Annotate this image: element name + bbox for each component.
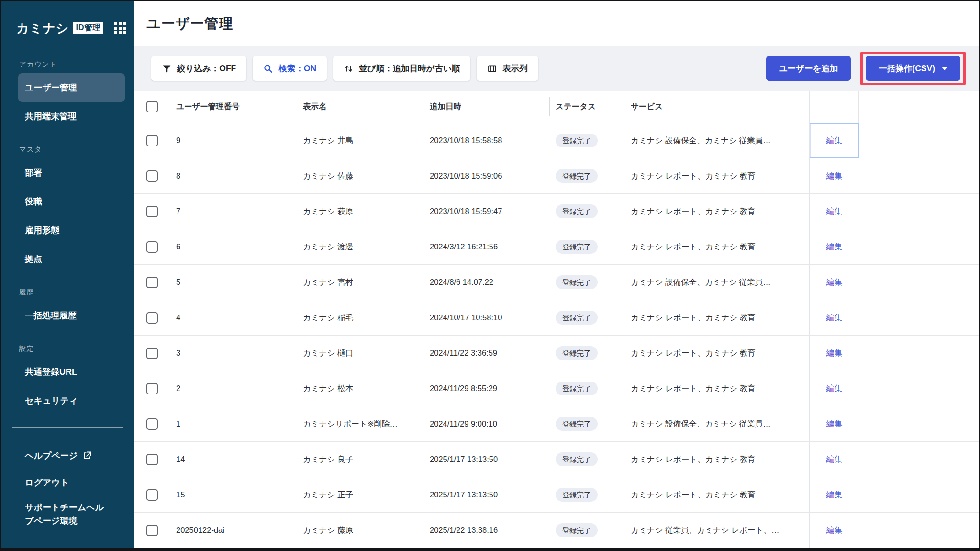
search-button[interactable]: 検索：ON [253, 56, 327, 81]
cell-edit: 編集 [809, 123, 859, 158]
row-checkbox[interactable] [146, 312, 158, 324]
add-user-button-label: ユーザーを追加 [779, 63, 838, 74]
edit-link[interactable]: 編集 [826, 418, 843, 429]
columns-button-label: 表示列 [502, 63, 528, 74]
cell-edit: 編集 [809, 336, 859, 371]
row-checkbox[interactable] [146, 383, 158, 394]
cell-filler [859, 336, 979, 371]
row-checkbox[interactable] [146, 489, 158, 501]
table-row: 15 カミナシ 正子 2025/1/17 13:13:50 登録完了 カミナシ … [134, 477, 979, 513]
cell-added-at: 2024/10/17 10:58:10 [423, 300, 549, 335]
cell-edit: 編集 [809, 442, 859, 477]
edit-link[interactable]: 編集 [826, 454, 843, 465]
cell-user-id: 20250122-dai [169, 513, 296, 548]
edit-link[interactable]: 編集 [826, 170, 843, 181]
annotation-highlight: 一括操作(CSV) [860, 52, 966, 85]
cell-edit: 編集 [809, 265, 859, 300]
cell-services: カミナシ レポート、カミナシ 教育 [624, 442, 809, 477]
row-checkbox[interactable] [146, 241, 158, 253]
edit-link[interactable]: 編集 [826, 489, 843, 500]
status-badge: 登録完了 [556, 169, 598, 183]
app-window: カミナシ ID管理 アカウント ユーザー管理 共用端末管理 マスタ 部署 役職 … [0, 0, 980, 551]
edit-link[interactable]: 編集 [826, 525, 843, 536]
cell-edit: 編集 [809, 300, 859, 335]
table-row: 2 カミナシ 松本 2024/11/29 8:55:29 登録完了 カミナシ レ… [134, 371, 979, 406]
sidebar-item-support-env[interactable]: サポートチームヘルプページ環境 [18, 496, 125, 532]
sidebar-item-locations[interactable]: 拠点 [18, 245, 125, 273]
header-cell-added-at: 追加日時 [423, 91, 549, 123]
sidebar-item-positions[interactable]: 役職 [18, 187, 125, 216]
cell-select [134, 336, 169, 371]
cell-select [134, 371, 169, 406]
cell-edit: 編集 [809, 406, 859, 441]
filter-button[interactable]: 絞り込み：OFF [151, 56, 246, 81]
cell-filler [859, 123, 979, 158]
cell-status: 登録完了 [549, 123, 624, 158]
sidebar-section-account: アカウント [1, 55, 134, 73]
cell-filler [859, 265, 979, 300]
status-badge: 登録完了 [556, 275, 598, 289]
edit-link[interactable]: 編集 [826, 241, 843, 252]
row-checkbox[interactable] [146, 277, 158, 288]
edit-link[interactable]: 編集 [826, 312, 843, 323]
cell-filler [859, 300, 979, 335]
row-checkbox[interactable] [146, 170, 158, 182]
sidebar-item-security[interactable]: セキュリティ [18, 386, 125, 415]
chevron-down-icon [942, 67, 947, 70]
cell-added-at: 2025/1/22 13:38:16 [423, 513, 549, 548]
edit-link[interactable]: 編集 [826, 277, 843, 288]
row-checkbox[interactable] [146, 348, 158, 359]
filter-icon [162, 64, 172, 74]
sidebar-item-logout[interactable]: ログアウト [18, 469, 125, 496]
sidebar-item-departments[interactable]: 部署 [18, 158, 125, 187]
columns-icon [487, 64, 497, 74]
table-row: 8 カミナシ 佐藤 2023/10/18 15:59:06 登録完了 カミナシ … [134, 158, 979, 194]
row-checkbox[interactable] [146, 525, 158, 536]
toolbar: 絞り込み：OFF 検索：ON 並び順：追加日時が古い順 表示列 ユーザーを追加 [134, 46, 979, 91]
row-checkbox[interactable] [146, 418, 158, 430]
edit-link[interactable]: 編集 [826, 206, 843, 217]
row-checkbox[interactable] [146, 135, 158, 146]
select-all-checkbox[interactable] [146, 101, 158, 112]
table-row: 4 カミナシ 稲毛 2024/10/17 10:58:10 登録完了 カミナシ … [134, 300, 979, 336]
edit-link[interactable]: 編集 [826, 135, 843, 146]
sidebar-item-shared-devices[interactable]: 共用端末管理 [18, 102, 125, 131]
sidebar-section-settings: 設定 [1, 339, 134, 358]
edit-link[interactable]: 編集 [826, 348, 843, 359]
cell-services: カミナシ レポート、カミナシ 教育 [624, 371, 809, 406]
logo: カミナシ ID管理 [1, 1, 134, 55]
cell-status: 登録完了 [549, 371, 624, 406]
row-checkbox[interactable] [146, 454, 158, 465]
header-cell-edit [809, 91, 859, 123]
table-body: 9 カミナシ 井島 2023/10/18 15:58:58 登録完了 カミナシ … [134, 123, 979, 548]
cell-select [134, 513, 169, 548]
apps-grid-icon[interactable] [114, 22, 126, 34]
cell-user-id: 9 [169, 123, 296, 158]
cell-select [134, 300, 169, 335]
cell-display-name: カミナシ 萩原 [296, 194, 423, 229]
cell-added-at: 2023/10/18 15:59:47 [423, 194, 549, 229]
edit-link[interactable]: 編集 [826, 383, 843, 394]
columns-button[interactable]: 表示列 [477, 56, 538, 81]
bulk-csv-button[interactable]: 一括操作(CSV) [866, 56, 960, 81]
row-checkbox[interactable] [146, 206, 158, 217]
cell-added-at: 2024/3/12 16:21:56 [423, 229, 549, 264]
table-row: 9 カミナシ 井島 2023/10/18 15:58:58 登録完了 カミナシ … [134, 123, 979, 158]
header-cell-select [134, 91, 169, 123]
cell-edit: 編集 [809, 194, 859, 229]
sidebar-item-common-registration-url[interactable]: 共通登録URL [18, 358, 125, 386]
sidebar-item-employment-types[interactable]: 雇用形態 [18, 216, 125, 245]
cell-filler [859, 371, 979, 406]
cell-user-id: 8 [169, 158, 296, 193]
search-icon [263, 64, 273, 74]
filter-button-label: 絞り込み：OFF [177, 63, 236, 74]
sidebar-item-bulk-history[interactable]: 一括処理履歴 [18, 301, 125, 330]
cell-user-id: 3 [169, 336, 296, 371]
sidebar-item-user-management[interactable]: ユーザー管理 [18, 73, 125, 102]
sidebar-item-help-page[interactable]: ヘルプページ [18, 442, 125, 469]
add-user-button[interactable]: ユーザーを追加 [766, 56, 851, 81]
cell-display-name: カミナシサポート※削除… [296, 406, 423, 441]
cell-services: カミナシ 設備保全、カミナシ 従業員… [624, 123, 809, 158]
sort-button[interactable]: 並び順：追加日時が古い順 [333, 56, 470, 81]
cell-services: カミナシ 設備保全、カミナシ 従業員… [624, 406, 809, 441]
